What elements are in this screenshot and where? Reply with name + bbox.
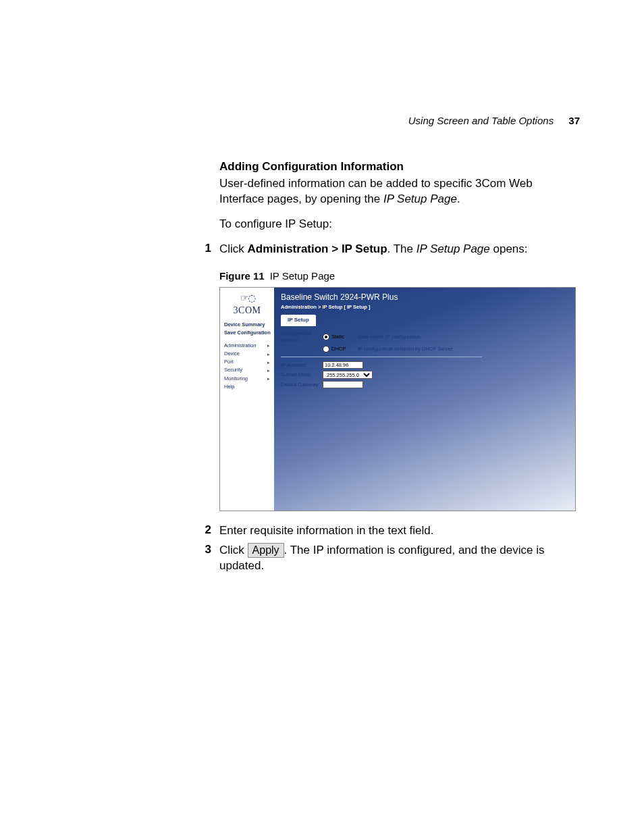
default-gateway-input[interactable] xyxy=(323,381,363,388)
step1-c: opens: xyxy=(490,242,528,255)
step-2-number: 2 xyxy=(64,523,219,537)
section-paragraph-1: User-defined information can be added to… xyxy=(219,176,580,207)
step-1: 1 Click Administration > IP Setup. The I… xyxy=(64,242,580,519)
nav-monitoring[interactable]: Monitoring ▸ xyxy=(223,375,271,383)
ip-address-input[interactable] xyxy=(323,361,363,369)
step1-italic: IP Setup Page xyxy=(417,242,490,255)
nav-help-label: Help xyxy=(224,384,234,390)
chevron-right-icon: ▸ xyxy=(267,359,270,365)
nav-port[interactable]: Port ▸ xyxy=(223,358,271,366)
divider xyxy=(281,357,482,357)
nav-monitoring-label: Monitoring xyxy=(224,375,248,382)
chevron-right-icon: ▸ xyxy=(267,351,270,357)
config-method-label: Configuration Method: xyxy=(281,330,323,344)
default-gateway-label: Default Gateway: xyxy=(281,382,323,388)
apply-button[interactable]: Apply xyxy=(248,543,284,558)
chevron-right-icon: ▸ xyxy=(267,367,270,373)
para1-b: . xyxy=(457,192,460,205)
radio-dhcp-label: DHCP xyxy=(331,346,346,353)
para1-italic: IP Setup Page xyxy=(383,192,457,205)
step1-bold: Administration > IP Setup xyxy=(248,242,387,255)
device-title: Baseline Switch 2924-PWR Plus xyxy=(281,292,568,303)
page-number: 37 xyxy=(568,115,580,126)
tab-ip-setup[interactable]: IP Setup xyxy=(281,315,316,326)
ip-setup-screenshot: ☞◌ 3COM Device Summary Save Configuratio… xyxy=(219,287,576,511)
chevron-right-icon: ▸ xyxy=(267,342,270,348)
subnet-mask-select[interactable]: 255.255.255.0 xyxy=(323,371,373,379)
static-desc: User enters IP configuration xyxy=(358,334,421,340)
step3-a: Click xyxy=(219,544,248,556)
figure-caption: Figure 11IP Setup Page xyxy=(219,269,580,283)
running-title: Using Screen and Table Options xyxy=(408,115,554,126)
step-3-body: Click Apply. The IP information is confi… xyxy=(219,543,580,574)
step-3: 3 Click Apply. The IP information is con… xyxy=(64,543,580,574)
nav-administration-label: Administration xyxy=(224,342,257,349)
nav-port-label: Port xyxy=(224,359,234,365)
radio-static-label: Static xyxy=(331,334,344,340)
sidebar-device-summary[interactable]: Device Summary xyxy=(223,321,271,328)
step-3-number: 3 xyxy=(64,543,219,556)
radio-dhcp[interactable] xyxy=(323,346,329,353)
step1-b: . The xyxy=(387,242,417,255)
section-paragraph-2: To configure IP Setup: xyxy=(219,217,580,232)
nav-device[interactable]: Device ▸ xyxy=(223,350,271,358)
nav-help[interactable]: Help xyxy=(223,383,271,391)
logo-icon: ☞◌ xyxy=(223,292,271,305)
sidebar-save-config[interactable]: Save Configuration xyxy=(223,330,271,336)
figure-label: Figure 11 xyxy=(219,270,265,282)
dhcp-desc: IP configuration obtained by DHCP Server xyxy=(358,346,452,353)
screenshot-main: Baseline Switch 2924-PWR Plus Administra… xyxy=(274,288,575,511)
step-2-body: Enter requisite information in the text … xyxy=(219,523,580,539)
step1-a: Click xyxy=(219,242,248,255)
step-1-number: 1 xyxy=(64,242,219,255)
brand-logo: ☞◌ 3COM xyxy=(223,292,271,317)
breadcrumb: Administration > IP Setup [ IP Setup ] xyxy=(281,304,568,311)
screenshot-sidebar: ☞◌ 3COM Device Summary Save Configuratio… xyxy=(220,288,274,511)
ip-setup-form: Configuration Method: Static User enters… xyxy=(281,326,568,394)
section-heading: Adding Configuration Information xyxy=(219,160,580,174)
running-header: Using Screen and Table Options 37 xyxy=(64,115,580,126)
step-1-body: Click Administration > IP Setup. The IP … xyxy=(219,242,580,519)
figure-text: IP Setup Page xyxy=(270,270,335,282)
nav-administration[interactable]: Administration ▸ xyxy=(223,342,271,350)
nav-device-label: Device xyxy=(224,350,240,357)
subnet-mask-label: Subnet Mask: xyxy=(281,371,323,378)
ip-address-label: IP Address: xyxy=(281,362,323,369)
para1-a: User-defined information can be added to… xyxy=(219,177,533,205)
chevron-right-icon: ▸ xyxy=(267,375,270,382)
nav-security[interactable]: Security ▸ xyxy=(223,366,271,374)
step-2: 2 Enter requisite information in the tex… xyxy=(64,523,580,539)
radio-static[interactable] xyxy=(323,334,329,340)
nav-security-label: Security xyxy=(224,367,242,373)
brand-text: 3COM xyxy=(223,305,271,317)
